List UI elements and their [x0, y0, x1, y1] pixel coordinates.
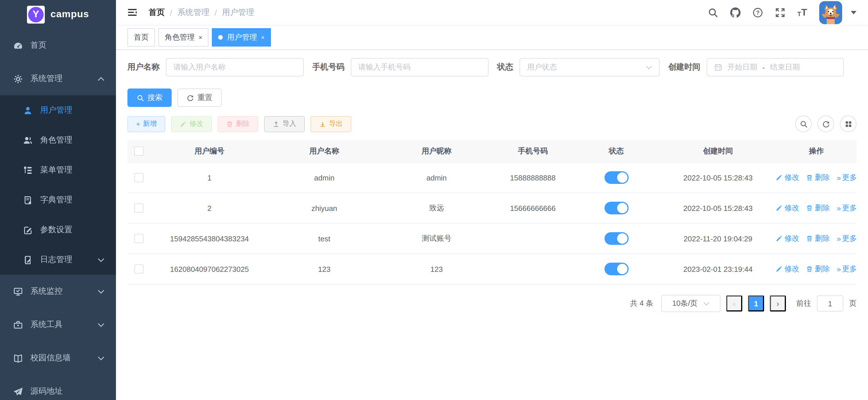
- trash-icon: [806, 265, 813, 273]
- username-input[interactable]: 请输入用户名称: [166, 58, 304, 77]
- reset-button[interactable]: 重置: [177, 88, 222, 107]
- user-nick: admin: [380, 173, 493, 182]
- tab-label: 角色管理: [165, 32, 195, 42]
- show-search-toggle-button[interactable]: [795, 116, 812, 132]
- sidebar-item-label: 角色管理: [40, 135, 72, 145]
- question-icon[interactable]: ?: [753, 7, 763, 18]
- search-icon: [799, 120, 807, 128]
- tab-用户管理[interactable]: 用户管理×: [212, 28, 271, 46]
- row-checkbox[interactable]: [135, 264, 144, 274]
- github-icon[interactable]: [730, 7, 741, 18]
- sidebar-item-角色管理[interactable]: 角色管理: [0, 125, 116, 155]
- row-checkbox[interactable]: [135, 173, 144, 182]
- import-button[interactable]: 导入: [264, 116, 305, 132]
- paper-plane-icon: [13, 387, 23, 396]
- table-row: 1adminadmin158888888882022-10-05 15:28:4…: [127, 163, 857, 193]
- row-delete-link[interactable]: 删除: [806, 203, 830, 213]
- app-root: Y campus 首页系统管理用户管理角色管理菜单管理字典管理参数设置日志管理系…: [0, 0, 868, 400]
- breadcrumb-item-系统管理[interactable]: 系统管理: [177, 7, 210, 18]
- brand[interactable]: Y campus: [0, 0, 116, 29]
- status-toggle[interactable]: [604, 171, 628, 184]
- user-icon: [23, 106, 33, 115]
- date-range-picker[interactable]: 开始日期 - 结束日期: [707, 58, 844, 77]
- column-settings-button[interactable]: [840, 116, 857, 132]
- add-button[interactable]: +新增: [127, 116, 165, 132]
- sidebar-item-系统管理[interactable]: 系统管理: [0, 62, 116, 95]
- tab-label: 首页: [134, 32, 149, 42]
- goto-page-input[interactable]: 1: [817, 295, 843, 312]
- sidebar-item-字典管理[interactable]: 字典管理: [0, 185, 116, 215]
- breadcrumb-separator: /: [215, 8, 217, 17]
- refresh-table-button[interactable]: [817, 116, 834, 132]
- user-avatar[interactable]: [819, 1, 842, 24]
- caret-down-icon[interactable]: [851, 11, 857, 14]
- sidebar-collapse-icon[interactable]: [127, 7, 137, 17]
- status-select[interactable]: 用户状态: [520, 58, 660, 77]
- users-icon: [23, 135, 33, 145]
- table-row: 2zhiyuan致远156666666662022-10-05 15:28:43…: [127, 193, 857, 224]
- sidebar-item-日志管理[interactable]: 日志管理: [0, 245, 116, 275]
- row-delete-link[interactable]: 删除: [806, 264, 830, 274]
- sidebar-item-系统监控[interactable]: 系统监控: [0, 275, 116, 308]
- row-delete-link[interactable]: 删除: [806, 172, 830, 183]
- created-label: 创建时间: [668, 62, 701, 73]
- row-delete-link[interactable]: 删除: [806, 233, 830, 244]
- row-more-link[interactable]: »更多: [837, 172, 857, 183]
- export-button[interactable]: 导出: [311, 116, 351, 132]
- fullscreen-icon[interactable]: [775, 7, 785, 18]
- row-edit-link[interactable]: 修改: [776, 203, 799, 213]
- search-button[interactable]: 搜索: [127, 88, 172, 107]
- plus-icon: +: [136, 120, 140, 128]
- status-toggle[interactable]: [604, 232, 628, 245]
- sidebar-item-菜单管理[interactable]: 菜单管理: [0, 155, 116, 185]
- row-actions: 修改删除»更多: [776, 233, 857, 244]
- row-more-link[interactable]: »更多: [837, 233, 857, 244]
- row-edit-link[interactable]: 修改: [776, 233, 799, 244]
- sidebar-item-源码地址[interactable]: 源码地址: [0, 375, 116, 400]
- sidebar-item-首页[interactable]: 首页: [0, 29, 116, 62]
- dictionary-icon: [23, 195, 33, 205]
- page-number-1[interactable]: 1: [748, 295, 764, 312]
- tab-首页[interactable]: 首页: [127, 28, 155, 46]
- breadcrumb: 首页/系统管理/用户管理: [149, 7, 254, 18]
- next-page-button[interactable]: ›: [770, 295, 786, 312]
- trash-icon: [806, 174, 813, 181]
- created-time: 2022-10-05 15:28:43: [660, 204, 776, 212]
- row-edit-link[interactable]: 修改: [776, 172, 799, 183]
- column-header-创建时间: 创建时间: [660, 146, 776, 156]
- breadcrumb-item-首页[interactable]: 首页: [149, 7, 165, 18]
- refresh-icon: [187, 94, 194, 102]
- date-separator: -: [763, 63, 765, 72]
- page-size-select[interactable]: 10条/页: [661, 295, 720, 312]
- sidebar-item-label: 日志管理: [40, 255, 72, 265]
- row-checkbox[interactable]: [135, 203, 144, 212]
- sidebar-item-参数设置[interactable]: 参数设置: [0, 215, 116, 245]
- row-more-link[interactable]: »更多: [837, 264, 857, 274]
- sidebar-item-用户管理[interactable]: 用户管理: [0, 95, 116, 125]
- select-all-checkbox[interactable]: [135, 147, 144, 156]
- font-size-icon[interactable]: TT: [797, 7, 807, 17]
- status-toggle[interactable]: [604, 202, 628, 215]
- row-edit-link[interactable]: 修改: [776, 264, 799, 274]
- log-icon: [23, 255, 33, 265]
- phone-input[interactable]: 请输入手机号码: [351, 58, 489, 77]
- close-icon[interactable]: ×: [261, 34, 265, 40]
- status-toggle[interactable]: [604, 263, 628, 275]
- edit-button[interactable]: 修改: [171, 116, 212, 132]
- chevron-down-icon: [98, 258, 104, 262]
- search-icon[interactable]: [708, 7, 718, 18]
- sidebar-item-系统工具[interactable]: 系统工具: [0, 308, 116, 341]
- chevron-down-icon: [98, 289, 104, 293]
- prev-page-button[interactable]: ‹: [726, 295, 742, 312]
- tags-view: 首页角色管理×用户管理×: [116, 25, 868, 50]
- tab-角色管理[interactable]: 角色管理×: [158, 28, 209, 46]
- edit-square-icon: [23, 225, 33, 235]
- row-more-link[interactable]: »更多: [837, 203, 857, 213]
- trash-icon: [226, 120, 233, 127]
- delete-button[interactable]: 删除: [218, 116, 258, 132]
- row-checkbox[interactable]: [135, 234, 144, 243]
- users-table: 用户编号用户名称用户昵称手机号码状态创建时间操作 1adminadmin1588…: [127, 140, 857, 284]
- brand-logo-icon: Y: [27, 5, 45, 23]
- sidebar-item-校园信息墙[interactable]: 校园信息墙: [0, 341, 116, 375]
- close-icon[interactable]: ×: [198, 34, 203, 40]
